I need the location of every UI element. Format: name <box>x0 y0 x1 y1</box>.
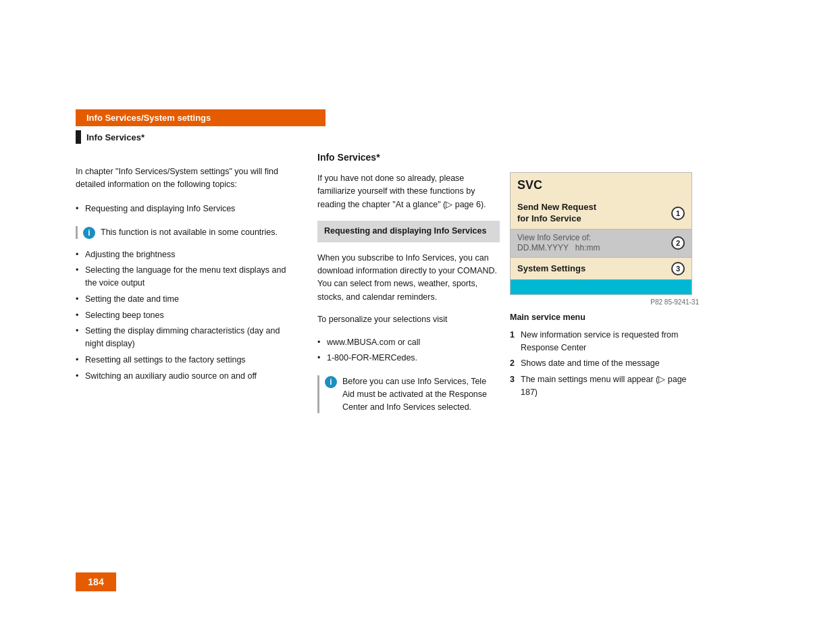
svc-row-1-text: Send New Requestfor Info Service <box>517 202 596 225</box>
list-item: Switching an auxiliary audio source on a… <box>76 370 292 383</box>
svc-cyan-bar <box>511 279 692 294</box>
subsection-box: Requesting and displaying Info Services <box>317 221 500 242</box>
list-item: Resetting all settings to the factory se… <box>76 354 292 367</box>
middle-para3: To personalize your selections visit <box>317 313 500 326</box>
svc-row-3: System Settings 3 <box>511 258 692 279</box>
chapter-header: Info Services/System settings <box>76 109 325 126</box>
info-note-text-2: Before you can use Info Services, Tele A… <box>342 375 500 413</box>
numbered-list-item-2: 2 Shows date and time of the message <box>510 357 699 370</box>
num-2: 2 <box>510 357 515 370</box>
info-icon-1: i <box>83 227 95 239</box>
middle-column: Info Services* If you have not done so a… <box>317 152 500 423</box>
middle-para2: When you subscribe to Info Services, you… <box>317 252 500 304</box>
left-column: In chapter "Info Services/System setting… <box>76 165 292 393</box>
main-service-label: Main service menu <box>510 313 699 322</box>
svc-screen: SVC Send New Requestfor Info Service 1 V… <box>510 172 692 295</box>
middle-bullet-list: www.MBUSA.com or call 1-800-FOR-MERCedes… <box>317 336 500 365</box>
info-note-2: i Before you can use Info Services, Tele… <box>317 375 500 413</box>
list-item: 1-800-FOR-MERCedes. <box>317 352 500 365</box>
info-icon-2: i <box>325 376 337 388</box>
list-item: Selecting beep tones <box>76 309 292 322</box>
numbered-list-item-1: 1 New information service is requested f… <box>510 329 699 354</box>
svc-row-2-text: View Info Service of:DD.MM.YYYY hh:mm <box>517 233 600 254</box>
svc-label: SVC <box>517 178 685 192</box>
numbered-item-text-1: New information service is requested fro… <box>521 330 678 352</box>
num-1: 1 <box>510 329 515 342</box>
info-note-1: i This function is not available in some… <box>76 226 292 239</box>
subsection-box-title: Requesting and displaying Info Services <box>324 225 493 238</box>
circle-num-2: 2 <box>671 236 685 250</box>
bullet-list-1: Requesting and displaying Info Services <box>76 203 292 215</box>
svc-row-3-text: System Settings <box>517 263 585 273</box>
list-item: Setting the date and time <box>76 293 292 306</box>
page-number: 184 <box>76 572 116 591</box>
svc-row-2: View Info Service of:DD.MM.YYYY hh:mm 2 <box>511 230 692 258</box>
middle-section-title: Info Services* <box>317 152 500 163</box>
list-item: Adjusting the brightness <box>76 248 292 261</box>
circle-num-1: 1 <box>671 207 685 220</box>
section-label-text: Info Services* <box>86 132 145 142</box>
list-item: www.MBUSA.com or call <box>317 336 500 349</box>
list-item: Selecting the language for the menu text… <box>76 264 292 290</box>
photo-ref: P82 85-9241-31 <box>510 298 699 306</box>
bullet-list-2: Adjusting the brightness Selecting the l… <box>76 248 292 383</box>
middle-para1: If you have not done so already, please … <box>317 172 500 211</box>
page-container: Info Services/System settings Info Servi… <box>0 0 834 644</box>
section-label: Info Services* <box>76 130 145 144</box>
intro-text: In chapter "Info Services/System setting… <box>76 165 292 192</box>
list-item: Setting the display dimming characterist… <box>76 325 292 350</box>
section-label-bar <box>76 130 81 144</box>
right-column: SVC Send New Requestfor Info Service 1 V… <box>510 172 699 402</box>
num-3: 3 <box>510 373 515 386</box>
list-item: Requesting and displaying Info Services <box>76 203 292 215</box>
numbered-list-item-3: 3 The main settings menu will appear (▷ … <box>510 373 699 399</box>
numbered-item-text-3: The main settings menu will appear (▷ pa… <box>521 375 687 397</box>
circle-num-3: 3 <box>671 262 685 275</box>
info-note-text-1: This function is not available in some c… <box>101 226 278 239</box>
svc-row-1: Send New Requestfor Info Service 1 <box>511 198 692 230</box>
numbered-item-text-2: Shows date and time of the message <box>521 358 660 368</box>
numbered-list: 1 New information service is requested f… <box>510 329 699 399</box>
svc-top-bar: SVC <box>511 173 692 198</box>
